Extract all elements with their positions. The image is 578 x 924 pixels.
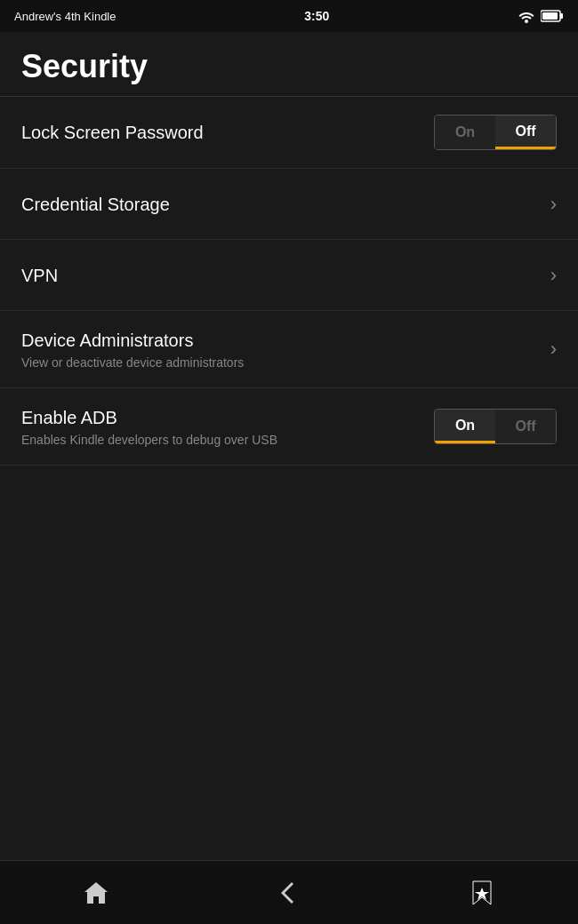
enable-adb-sublabel: Enables Kindle developers to debug over … bbox=[21, 433, 434, 447]
device-administrators-label: Device Administrators bbox=[21, 329, 540, 352]
status-icons bbox=[518, 9, 564, 23]
wifi-icon bbox=[518, 9, 535, 23]
lock-screen-password-label: Lock Screen Password bbox=[21, 121, 434, 144]
lock-screen-password-on-btn[interactable]: On bbox=[435, 116, 495, 149]
enable-adb-toggle[interactable]: On Off bbox=[434, 409, 557, 444]
bottom-nav bbox=[0, 860, 578, 924]
vpn-row[interactable]: VPN › bbox=[0, 240, 578, 311]
status-time: 3:50 bbox=[304, 9, 329, 23]
status-bar: Andrew's 4th Kindle 3:50 bbox=[0, 0, 578, 32]
device-administrators-chevron: › bbox=[550, 338, 557, 361]
home-button[interactable] bbox=[69, 871, 123, 915]
device-name: Andrew's 4th Kindle bbox=[14, 10, 116, 23]
lock-screen-password-content: Lock Screen Password bbox=[21, 121, 434, 144]
enable-adb-label: Enable ADB bbox=[21, 406, 434, 429]
lock-screen-password-toggle[interactable]: On Off bbox=[434, 115, 557, 150]
vpn-label: VPN bbox=[21, 264, 540, 287]
vpn-content: VPN bbox=[21, 264, 540, 287]
back-button[interactable] bbox=[262, 871, 316, 915]
bookmark-button[interactable] bbox=[455, 871, 509, 915]
page-header: Security bbox=[0, 32, 578, 97]
lock-screen-password-row: Lock Screen Password On Off bbox=[0, 97, 578, 169]
main-content: Security Lock Screen Password On Off Cre… bbox=[0, 32, 578, 860]
device-administrators-sublabel: View or deactivate device administrators bbox=[21, 355, 540, 370]
credential-storage-content: Credential Storage bbox=[21, 193, 540, 216]
device-administrators-content: Device Administrators View or deactivate… bbox=[21, 329, 540, 370]
enable-adb-off-btn[interactable]: Off bbox=[495, 410, 556, 443]
svg-marker-3 bbox=[475, 888, 489, 900]
enable-adb-content: Enable ADB Enables Kindle developers to … bbox=[21, 406, 434, 447]
svg-rect-1 bbox=[560, 13, 563, 19]
battery-icon bbox=[541, 10, 564, 22]
lock-screen-password-off-btn[interactable]: Off bbox=[495, 116, 556, 149]
enable-adb-on-btn[interactable]: On bbox=[435, 410, 495, 443]
credential-storage-label: Credential Storage bbox=[21, 193, 540, 216]
credential-storage-chevron: › bbox=[550, 193, 557, 216]
enable-adb-row: Enable ADB Enables Kindle developers to … bbox=[0, 388, 578, 466]
page-title: Security bbox=[21, 48, 557, 85]
credential-storage-row[interactable]: Credential Storage › bbox=[0, 169, 578, 240]
vpn-chevron: › bbox=[550, 264, 557, 287]
device-administrators-row[interactable]: Device Administrators View or deactivate… bbox=[0, 311, 578, 388]
svg-rect-2 bbox=[542, 12, 558, 20]
settings-list: Lock Screen Password On Off Credential S… bbox=[0, 97, 578, 860]
